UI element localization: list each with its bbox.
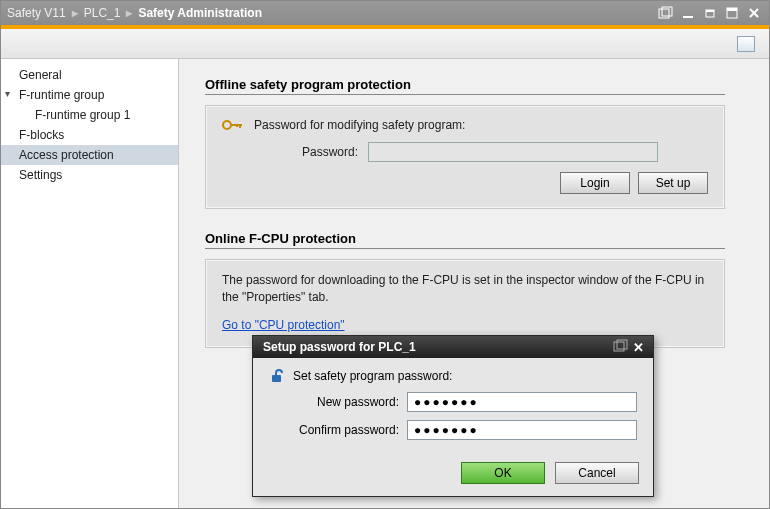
setup-button[interactable]: Set up xyxy=(638,172,708,194)
svg-rect-13 xyxy=(614,342,624,351)
lock-open-icon xyxy=(269,368,285,384)
sidebar-item-settings[interactable]: Settings xyxy=(1,165,178,185)
maximize-icon[interactable] xyxy=(723,5,741,21)
svg-rect-12 xyxy=(236,124,238,127)
offline-legend: Password for modifying safety program: xyxy=(254,118,465,132)
dialog-legend: Set safety program password: xyxy=(293,369,452,383)
sidebar-item-fruntime-group-1[interactable]: F-runtime group 1 xyxy=(1,105,178,125)
svg-rect-15 xyxy=(272,375,281,382)
titlebar: Safety V11 ▸ PLC_1 ▸ Safety Administrati… xyxy=(1,1,769,25)
new-password-label: New password: xyxy=(269,395,399,409)
sidebar-item-general[interactable]: General xyxy=(1,65,178,85)
login-button[interactable]: Login xyxy=(560,172,630,194)
svg-rect-2 xyxy=(683,16,693,18)
offline-panel: Password for modifying safety program: P… xyxy=(205,105,725,209)
dialog-windows-icon[interactable] xyxy=(613,339,629,356)
svg-rect-4 xyxy=(706,10,714,12)
close-icon[interactable] xyxy=(745,5,763,21)
sidebar-item-access-protection[interactable]: Access protection xyxy=(1,145,178,165)
breadcrumb-seg3: Safety Administration xyxy=(138,6,262,20)
sidebar-item-fblocks[interactable]: F-blocks xyxy=(1,125,178,145)
confirm-password-input[interactable] xyxy=(407,420,637,440)
ok-button[interactable]: OK xyxy=(461,462,545,484)
setup-password-dialog: Setup password for PLC_1 ✕ Set safety pr… xyxy=(252,335,654,497)
sub-toolbar xyxy=(1,29,769,59)
svg-rect-14 xyxy=(617,340,627,349)
new-password-input[interactable] xyxy=(407,392,637,412)
toolbar-properties-icon[interactable] xyxy=(737,36,755,52)
key-icon xyxy=(222,118,244,132)
windows-overlap-icon[interactable] xyxy=(657,5,675,21)
restore-icon[interactable] xyxy=(701,5,719,21)
svg-rect-1 xyxy=(662,7,672,16)
svg-rect-6 xyxy=(727,8,737,11)
breadcrumb-seg1[interactable]: Safety V11 xyxy=(7,6,66,20)
svg-rect-0 xyxy=(659,9,669,18)
cpu-protection-link[interactable]: Go to "CPU protection" xyxy=(222,318,345,332)
minimize-icon[interactable] xyxy=(679,5,697,21)
offline-section-title: Offline safety program protection xyxy=(205,77,725,95)
svg-point-9 xyxy=(223,121,231,129)
offline-password-input xyxy=(368,142,658,162)
offline-password-label: Password: xyxy=(268,145,358,159)
cancel-button[interactable]: Cancel xyxy=(555,462,639,484)
breadcrumb-seg2[interactable]: PLC_1 xyxy=(84,6,121,20)
confirm-password-label: Confirm password: xyxy=(269,423,399,437)
sidebar: General F-runtime group F-runtime group … xyxy=(1,59,179,508)
dialog-title: Setup password for PLC_1 xyxy=(263,340,416,354)
dialog-close-icon[interactable]: ✕ xyxy=(629,339,647,355)
dialog-titlebar: Setup password for PLC_1 ✕ xyxy=(253,336,653,358)
online-description: The password for downloading to the F-CP… xyxy=(222,272,708,307)
online-section-title: Online F-CPU protection xyxy=(205,231,725,249)
sidebar-item-fruntime-group[interactable]: F-runtime group xyxy=(1,85,178,105)
svg-rect-11 xyxy=(239,124,241,128)
